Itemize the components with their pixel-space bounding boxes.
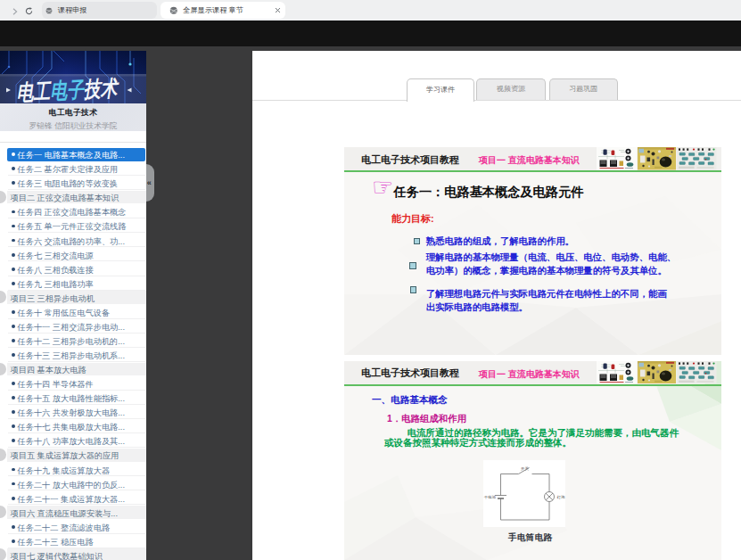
chapter-task-item[interactable]: 任务二 基尔霍夫定律及应用 bbox=[0, 161, 146, 176]
course-banner-image: 电工电子技术 bbox=[0, 51, 146, 103]
sidebar-collapse-handle[interactable]: « bbox=[146, 164, 155, 202]
task-bullet-icon bbox=[12, 239, 15, 243]
slide2-paragraph: 电流所通过的路径称为电路。它是为了满足功能需要，由电气器件 或设备按照某种特定方… bbox=[384, 428, 692, 448]
banner-script-part: 技术 bbox=[83, 76, 119, 103]
task-bullet-icon bbox=[12, 253, 15, 257]
slide1-bullet-text: 了解理想电路元件与实际电路元件在电特性上的不同，能画 出实际电路的电路模型。 bbox=[426, 288, 694, 313]
course-teacher: 罗锦锋 信阳职业技术学院 bbox=[0, 121, 146, 132]
project-progress-circle bbox=[0, 291, 6, 303]
task-bullet-icon bbox=[12, 525, 15, 529]
chapter-task-item[interactable]: 任务一 电路基本概念及电路... bbox=[0, 147, 146, 161]
chapter-task-item[interactable]: 任务三 电阻电路的等效变换 bbox=[0, 176, 146, 190]
slide-header-unit: 项目一 直流电路基本知识 bbox=[479, 368, 580, 381]
course-info-card: 电工电子技术 罗锦锋 信阳职业技术学院 bbox=[0, 103, 146, 131]
browser-tab-course-apply[interactable]: 课程申报 bbox=[42, 2, 157, 19]
photo-experiment-panel bbox=[677, 147, 717, 170]
chapter-task-item[interactable]: 任务二十三 稳压电路 bbox=[0, 534, 146, 548]
slide1-title: 任务一：电路基本概念及电路元件 bbox=[394, 184, 584, 201]
slide-header-unit: 项目一 直流电路基本知识 bbox=[479, 154, 580, 167]
chapter-task-item[interactable]: 任务二十 放大电路中的负反... bbox=[0, 476, 146, 490]
project-progress-circle bbox=[0, 506, 6, 518]
bullet-square-icon bbox=[410, 286, 417, 293]
course-title: 电工电子技术 bbox=[0, 108, 146, 119]
slide1-bullet-text: 熟悉电路的组成，了解电路的作用。 bbox=[426, 235, 694, 248]
task-bullet-icon bbox=[12, 396, 15, 399]
chapter-project-item[interactable]: 项目四 基本放大电路 bbox=[0, 362, 146, 376]
close-tab-icon[interactable] bbox=[275, 7, 281, 13]
reload-icon[interactable] bbox=[25, 7, 33, 15]
chapter-label: 任务一 电路基本概念及电路... bbox=[18, 150, 125, 161]
tab-video-resources[interactable]: 视频资源 bbox=[476, 78, 546, 100]
photo-experiment-panel bbox=[677, 361, 717, 384]
browser-tab-label: 全屏显示课程 章节 bbox=[183, 5, 243, 15]
chapter-task-item[interactable]: 任务九 三相电路功率 bbox=[0, 276, 146, 291]
tab-study-courseware[interactable]: 学习课件 bbox=[407, 78, 474, 101]
tabs-baseline bbox=[252, 100, 741, 101]
slide-header-title: 电工电子技术项目教程 bbox=[361, 153, 459, 167]
slide-green-rule bbox=[344, 170, 721, 172]
project-progress-circle bbox=[0, 548, 6, 560]
chapter-task-item[interactable]: 任务五 单一元件正弦交流线路 bbox=[0, 218, 146, 233]
task-bullet-icon bbox=[12, 152, 15, 156]
chapter-task-item[interactable]: 任务十三 三相异步电动机系... bbox=[0, 348, 146, 362]
banner-script-part: 电子 bbox=[50, 77, 86, 103]
chapter-task-item[interactable]: 任务四 正弦交流电路基本概念 bbox=[0, 204, 146, 218]
tab-label: 视频资源 bbox=[497, 84, 525, 94]
browser-tab-fullscreen-chapters[interactable]: 全屏显示课程 章节 bbox=[161, 2, 286, 19]
chapter-project-item[interactable]: 项目七 逻辑代数基础知识 bbox=[0, 548, 146, 560]
task-bullet-icon bbox=[12, 410, 15, 414]
slide-texture bbox=[344, 147, 721, 355]
chapter-label: 项目七 逻辑代数基础知识 bbox=[11, 551, 103, 560]
chapter-task-item[interactable]: 任务十二 三相异步电动机的... bbox=[0, 334, 146, 348]
bullet-square-icon bbox=[414, 238, 421, 245]
forward-icon[interactable] bbox=[12, 8, 18, 15]
browser-topbar: 课程申报 全屏显示课程 章节 bbox=[0, 0, 741, 21]
diagram-caption: 手电筒电路 bbox=[483, 532, 577, 544]
task-bullet-icon bbox=[12, 353, 15, 357]
chapter-project-item[interactable]: 项目六 直流稳压电源安装与... bbox=[0, 506, 146, 520]
diagram-battery-label: 干电池 bbox=[484, 495, 497, 499]
chapter-task-item[interactable]: 任务十四 半导体器件 bbox=[0, 376, 146, 391]
task-bullet-icon bbox=[12, 225, 15, 228]
task-bullet-icon bbox=[12, 310, 15, 314]
chapter-task-item[interactable]: 任务十八 功率放大电路及其... bbox=[0, 433, 146, 448]
svg-text:电工电子技术: 电工电子技术 bbox=[16, 76, 119, 103]
chapter-task-item[interactable]: 任务七 三相交流电源 bbox=[0, 247, 146, 261]
project-progress-circle bbox=[0, 191, 6, 203]
globe-icon bbox=[45, 7, 53, 14]
slide2-heading1: 一、电路基本概念 bbox=[372, 394, 448, 407]
course-sidebar: 电工电子技术 电工电子技术 罗锦锋 信阳职业技术学院 任务一 电路基本概念及电路… bbox=[0, 51, 146, 560]
task-bullet-icon bbox=[12, 339, 15, 342]
task-bullet-icon bbox=[12, 424, 15, 428]
slide-1: 电工电子技术项目教程 项目一 直流电路基本知识 ☞ 任务一：电路基本概念及电路元… bbox=[344, 147, 721, 355]
chapter-task-item[interactable]: 任务八 三相负载连接 bbox=[0, 261, 146, 276]
task-bullet-icon bbox=[12, 181, 15, 185]
tab-label: 习题巩固 bbox=[569, 84, 597, 94]
chapter-label: 项目六 直流稳压电源安装与... bbox=[11, 508, 118, 520]
chapter-task-item[interactable]: 任务十六 共发射极放大电路... bbox=[0, 405, 146, 419]
globe-icon bbox=[169, 6, 178, 15]
chapter-project-item[interactable]: 项目三 三相异步电动机 bbox=[0, 291, 146, 305]
chapter-task-item[interactable]: 任务十九 集成运算放大器 bbox=[0, 462, 146, 476]
collapse-chevrons-icon: « bbox=[147, 178, 152, 187]
chapter-task-item[interactable]: 任务二十二 整流滤波电路 bbox=[0, 520, 146, 534]
task-bullet-icon bbox=[12, 497, 15, 500]
task-bullet-icon bbox=[12, 439, 15, 442]
chapter-project-item[interactable]: 项目五 集成运算放大器的应用 bbox=[0, 448, 146, 462]
chapter-task-item[interactable]: 任务十五 放大电路性能指标... bbox=[0, 391, 146, 405]
chapter-task-item[interactable]: 任务十 常用低压电气设备 bbox=[0, 305, 146, 319]
photo-circuit-board bbox=[638, 147, 676, 170]
diagram-switch-label: 开关 bbox=[521, 466, 529, 471]
project-progress-circle bbox=[0, 363, 6, 375]
chapter-label: 项目五 集成运算放大器的应用 bbox=[11, 450, 119, 462]
project-progress-circle bbox=[0, 449, 6, 461]
chapter-label: 项目三 三相异步电动机 bbox=[11, 293, 95, 305]
chapter-task-item[interactable]: 任务十七 共集电极放大电路... bbox=[0, 419, 146, 433]
chapter-task-item[interactable]: 任务十一 三相交流异步电动... bbox=[0, 319, 146, 334]
chapter-task-item[interactable]: 任务六 交流电路的功率、功... bbox=[0, 233, 146, 247]
chapter-project-item[interactable]: 项目二 正弦交流电路基本知识 bbox=[0, 190, 146, 204]
chapter-task-item[interactable]: 任务二十一 集成运算放大器... bbox=[0, 490, 146, 505]
tab-exercises[interactable]: 习题巩固 bbox=[549, 78, 619, 100]
pointer-hand-icon: ☞ bbox=[372, 173, 393, 202]
photo-circuit-board bbox=[638, 361, 676, 384]
